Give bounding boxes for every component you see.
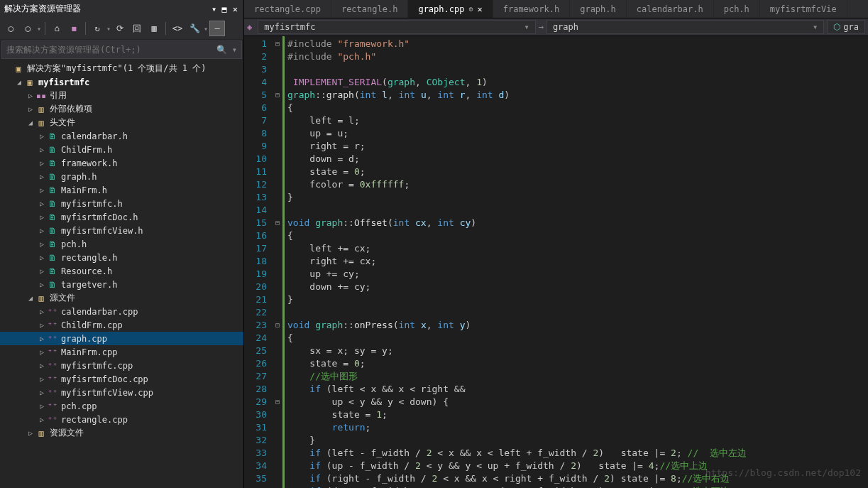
chevron-icon[interactable]: ▷ — [37, 335, 47, 342]
breadcrumb-member[interactable]: ⬡ gra — [827, 20, 865, 34]
chevron-icon[interactable]: ▷ — [37, 281, 47, 288]
chevron-icon[interactable]: ▷ — [37, 213, 47, 221]
fold-toggle[interactable] — [273, 332, 282, 345]
close-icon[interactable]: ✕ — [477, 4, 482, 14]
fold-toggle[interactable] — [273, 485, 282, 488]
tree-item--[interactable]: ◢▥源文件 — [0, 291, 243, 305]
fold-toggle[interactable] — [273, 229, 282, 242]
tree-item-myfisrtmfcdoc-h[interactable]: ▷🗎myfisrtmfcDoc.h — [0, 210, 243, 224]
tree-item-framework-h[interactable]: ▷🗎framework.h — [0, 156, 243, 170]
filter-icon[interactable]: — — [209, 21, 225, 36]
chevron-icon[interactable]: ◢ — [26, 119, 35, 126]
fold-toggle[interactable] — [273, 281, 282, 293]
fold-toggle[interactable] — [273, 102, 282, 114]
tree-item--[interactable]: ◢▥头文件 — [0, 116, 243, 129]
fold-toggle[interactable] — [273, 153, 282, 166]
tab-pch-h[interactable]: pch.h — [714, 0, 760, 18]
tree-item-targetver-h[interactable]: ▷🗎targetver.h — [0, 278, 243, 291]
chevron-icon[interactable]: ▷ — [37, 186, 47, 194]
fold-toggle[interactable] — [273, 63, 282, 76]
tree-item-pch-h[interactable]: ▷🗎pch.h — [0, 237, 243, 251]
sync-icon[interactable]: ↻ — [89, 21, 105, 36]
fold-toggle[interactable] — [273, 127, 282, 140]
tree-item--myfisrtmfc-1-1-[interactable]: ▣解决方案"myfisrtmfc"(1 个项目/共 1 个) — [0, 62, 243, 75]
fold-toggle[interactable] — [273, 306, 282, 319]
fold-toggle[interactable] — [273, 408, 282, 421]
chevron-icon[interactable]: ▷ — [37, 402, 47, 410]
forward-icon[interactable]: ◯ — [20, 21, 35, 36]
pin-icon[interactable]: ⊕ — [468, 5, 473, 13]
chevron-icon[interactable]: ▷ — [37, 375, 47, 383]
tab-rectangle-h[interactable]: rectangle.h — [331, 0, 408, 18]
show-all-icon[interactable]: ▦ — [146, 21, 162, 36]
back-icon[interactable]: ◯ — [3, 21, 18, 36]
chevron-icon[interactable]: ▷ — [37, 416, 47, 423]
view-code-icon[interactable]: <> — [170, 21, 185, 36]
code-content[interactable]: #include "framework.h"#include "pch.h" I… — [282, 36, 868, 488]
solution-tree[interactable]: ▣解决方案"myfisrtmfc"(1 个项目/共 1 个)◢▣myfisrtm… — [0, 60, 243, 488]
chevron-icon[interactable]: ▷ — [37, 240, 47, 248]
fold-toggle[interactable] — [273, 50, 282, 63]
tree-item-pch-cpp[interactable]: ▷⁺⁺pch.cpp — [0, 399, 243, 413]
chevron-icon[interactable]: ◢ — [14, 78, 24, 86]
fold-toggle[interactable] — [273, 345, 282, 357]
pin-icon[interactable]: ▾ ⬒ — [210, 3, 229, 16]
search-icon[interactable]: 🔍 ▾ — [216, 45, 237, 55]
fold-toggle[interactable] — [273, 178, 282, 191]
tab-myfisrtmfcVie[interactable]: myfisrtmfcVie — [760, 0, 847, 18]
tree-item-graph-cpp[interactable]: ▷⁺⁺graph.cpp — [0, 332, 243, 345]
chevron-icon[interactable]: ▷ — [26, 105, 35, 113]
tree-item-mainfrm-h[interactable]: ▷🗎MainFrm.h — [0, 183, 243, 197]
chevron-icon[interactable]: ▷ — [37, 362, 47, 369]
code-editor[interactable]: 1234567891011121314151617181920212223242… — [244, 36, 868, 488]
tree-item-calendarbar-cpp[interactable]: ▷⁺⁺calendarbar.cpp — [0, 305, 243, 318]
breadcrumb-symbol[interactable]: graph ▾ — [546, 20, 824, 34]
tree-item-calendarbar-h[interactable]: ▷🗎calendarbar.h — [0, 129, 243, 143]
fold-toggle[interactable] — [273, 242, 282, 255]
tree-item--[interactable]: ▷▪▪引用 — [0, 89, 243, 102]
tree-item-rectangle-cpp[interactable]: ▷⁺⁺rectangle.cpp — [0, 413, 243, 426]
chevron-icon[interactable]: ▷ — [37, 173, 47, 180]
tree-item-myfisrtmfcview-h[interactable]: ▷🗎myfisrtmfcView.h — [0, 224, 243, 237]
tab-graph-h[interactable]: graph.h — [570, 0, 627, 18]
fold-toggle[interactable] — [273, 460, 282, 472]
fold-toggle[interactable] — [273, 357, 282, 370]
tab-rectangle-cpp[interactable]: rectangle.cpp — [244, 0, 331, 18]
chevron-icon[interactable]: ▷ — [37, 227, 47, 234]
fold-toggle[interactable] — [273, 76, 282, 89]
search-box[interactable]: 🔍 ▾ — [1, 40, 242, 59]
properties-icon[interactable]: 🔧 — [187, 21, 202, 36]
fold-toggle[interactable] — [273, 370, 282, 383]
chevron-icon[interactable]: ◢ — [26, 294, 35, 302]
fold-toggle[interactable] — [273, 421, 282, 434]
fold-toggle[interactable] — [273, 472, 282, 485]
tab-graph-cpp[interactable]: graph.cpp⊕✕ — [408, 0, 493, 18]
fold-toggle[interactable] — [273, 166, 282, 178]
tab-calendarbar-h[interactable]: calendarbar.h — [627, 0, 714, 18]
tree-item-mainfrm-cpp[interactable]: ▷⁺⁺MainFrm.cpp — [0, 345, 243, 359]
chevron-icon[interactable]: ▷ — [37, 389, 47, 396]
fold-toggle[interactable] — [273, 140, 282, 153]
tree-item--[interactable]: ▷▥外部依赖项 — [0, 102, 243, 116]
fold-toggle[interactable] — [273, 204, 282, 217]
tree-item-resource-h[interactable]: ▷🗎Resource.h — [0, 264, 243, 278]
chevron-icon[interactable]: ▷ — [26, 92, 35, 99]
fold-toggle[interactable] — [273, 268, 282, 281]
fold-toggle[interactable] — [273, 383, 282, 396]
chevron-icon[interactable]: ▷ — [37, 254, 47, 261]
fold-toggle[interactable]: ⊟ — [273, 319, 282, 332]
tree-item--[interactable]: ▷▥资源文件 — [0, 426, 243, 440]
tree-item-myfisrtmfc[interactable]: ◢▣myfisrtmfc — [0, 75, 243, 89]
chevron-icon[interactable]: ▷ — [37, 308, 47, 315]
fold-toggle[interactable] — [273, 255, 282, 268]
chevron-icon[interactable]: ▷ — [26, 429, 35, 437]
fold-toggle[interactable] — [273, 114, 282, 127]
collapse-icon[interactable]: 回 — [129, 21, 145, 36]
tree-item-myfisrtmfc-h[interactable]: ▷🗎myfisrtmfc.h — [0, 197, 243, 210]
chevron-icon[interactable]: ▷ — [37, 267, 47, 275]
tree-item-childfrm-h[interactable]: ▷🗎ChildFrm.h — [0, 143, 243, 156]
tree-item-rectangle-h[interactable]: ▷🗎rectangle.h — [0, 251, 243, 264]
fold-toggle[interactable]: ⊟ — [273, 217, 282, 229]
chevron-icon[interactable]: ▷ — [37, 348, 47, 356]
tree-item-childfrm-cpp[interactable]: ▷⁺⁺ChildFrm.cpp — [0, 318, 243, 332]
